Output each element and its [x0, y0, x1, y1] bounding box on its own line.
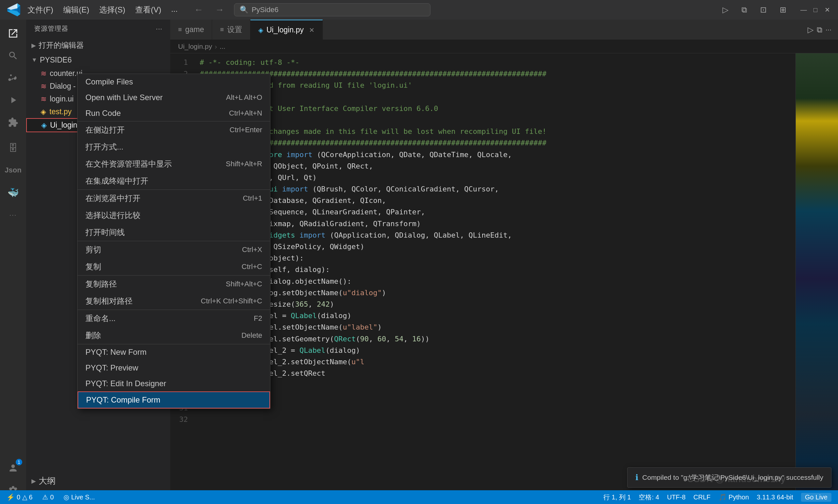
- ctx-copy-path[interactable]: 复制路径 Shift+Alt+C: [77, 275, 270, 292]
- breadcrumb-more[interactable]: ...: [220, 42, 226, 50]
- menu-select[interactable]: 选择(S): [99, 4, 125, 15]
- code-line-16: QImage, QKeySequence, QLinearGradient, Q…: [200, 206, 789, 218]
- menu-file[interactable]: 文件(F): [28, 4, 53, 15]
- ctx-open-terminal[interactable]: 在集成终端中打开: [77, 173, 270, 190]
- ctx-compile-files-label: Compile Files: [86, 77, 133, 86]
- activity-database[interactable]: 🗄: [3, 138, 23, 158]
- encoding-text: UTF-8: [667, 493, 686, 501]
- activity-run[interactable]: [3, 90, 23, 111]
- split-icon[interactable]: ⧉: [817, 25, 822, 34]
- ctx-copy-path-label: 复制路径: [86, 279, 117, 289]
- ctx-copy-relative-key: Ctrl+K Ctrl+Shift+C: [201, 297, 262, 305]
- tab-game-label: game: [185, 25, 204, 34]
- ctx-open-side[interactable]: 在侧边打开 Ctrl+Enter: [77, 122, 270, 139]
- ctx-pyqt-preview[interactable]: PYQT: Preview: [77, 360, 270, 376]
- ctx-show-explorer-label: 在文件资源管理器中显示: [86, 159, 172, 169]
- ctx-compile-files[interactable]: Compile Files: [77, 74, 270, 90]
- tab-settings[interactable]: ≡ 设置: [212, 20, 250, 40]
- ctx-pyqt-compile-form[interactable]: PYQT: Compile Form: [77, 392, 270, 409]
- activity-json[interactable]: Json: [3, 160, 23, 181]
- split-editor-button[interactable]: ⧉: [738, 4, 750, 16]
- ctx-run-code-label: Run Code: [86, 109, 121, 118]
- activity-source-control[interactable]: [3, 68, 23, 88]
- search-text: PySide6: [252, 5, 279, 14]
- ctx-copy-path-key: Shift+Alt+C: [226, 280, 262, 288]
- activity-ellipsis[interactable]: ···: [3, 204, 23, 225]
- menu-more[interactable]: ...: [171, 4, 178, 15]
- activity-docker[interactable]: 🐳: [3, 182, 23, 203]
- close-button[interactable]: ✕: [823, 5, 832, 14]
- tab-uilogin-close[interactable]: ✕: [309, 26, 315, 34]
- status-bar: ⚡ 0 △ 6 ⚠ 0 ◎ Live S... 行 1, 列 1 空格: 4 U…: [0, 490, 838, 504]
- status-warnings[interactable]: ⚠ 0: [42, 493, 54, 501]
- status-spaces[interactable]: 空格: 4: [639, 493, 659, 502]
- ctx-run-code[interactable]: Run Code Ctrl+Alt+N: [77, 105, 270, 122]
- ctx-delete[interactable]: 删除 Delete: [77, 327, 270, 344]
- ctx-pyqt-new-form[interactable]: PYQT: New Form: [77, 344, 270, 360]
- activity-account[interactable]: 1: [3, 457, 23, 479]
- ctx-open-live-server[interactable]: Open with Live Server Alt+L Alt+O: [77, 90, 270, 105]
- ctx-open-live-label: Open with Live Server: [86, 93, 163, 102]
- status-eol[interactable]: CRLF: [693, 493, 710, 501]
- back-button[interactable]: ←: [191, 3, 207, 16]
- xml-icon-login: ≋: [40, 95, 47, 104]
- file-name-test: test.py: [50, 107, 72, 116]
- ctx-open-timeline[interactable]: 打开时间线: [77, 224, 270, 241]
- layout-button[interactable]: ⊡: [757, 4, 770, 16]
- menu-view[interactable]: 查看(V): [135, 4, 161, 15]
- open-editors-header[interactable]: ▶ 打开的编辑器: [26, 38, 170, 53]
- ctx-copy[interactable]: 复制 Ctrl+C: [77, 258, 270, 275]
- sidebar-more-button[interactable]: ···: [156, 25, 162, 32]
- ctx-open-with[interactable]: 打开方式...: [77, 139, 270, 156]
- ctx-browser-key: Ctrl+1: [243, 194, 262, 202]
- customize-layout-button[interactable]: ⊞: [777, 4, 789, 16]
- code-line-27: self.label.setObjectName(u"label"): [200, 321, 789, 333]
- activity-explorer[interactable]: [3, 23, 23, 44]
- pyside6-header[interactable]: ▼ PYSIDE6: [26, 53, 170, 67]
- ctx-select-compare[interactable]: 选择以进行比较: [77, 207, 270, 224]
- breadcrumb-file[interactable]: Ui_login.py: [178, 42, 212, 50]
- activity-search[interactable]: [3, 45, 23, 66]
- vscode-logo: [6, 3, 21, 17]
- ctx-open-browser[interactable]: 在浏览器中打开 Ctrl+1: [77, 190, 270, 207]
- ctx-pyqt-edit-designer[interactable]: PYQT: Edit In Designer: [77, 376, 270, 392]
- menu-bar[interactable]: 文件(F) 编辑(E) 选择(S) 查看(V) ...: [28, 4, 178, 15]
- window-controls: — □ ✕: [799, 5, 832, 14]
- live-icon: ◎: [64, 493, 69, 501]
- ctx-copy-relative[interactable]: 复制相对路径 Ctrl+K Ctrl+Shift+C: [77, 292, 270, 310]
- activity-extensions[interactable]: [3, 112, 23, 133]
- status-live[interactable]: ◎ Live S...: [64, 493, 95, 501]
- notification-icon: ℹ: [635, 473, 638, 482]
- status-encoding[interactable]: UTF-8: [667, 493, 686, 501]
- ctx-timeline-label: 打开时间线: [86, 227, 125, 238]
- code-line-22: def setupUi(self, dialog):: [200, 264, 789, 275]
- tab-ui-login[interactable]: ◈ Ui_login.py ✕: [250, 20, 323, 40]
- outline-section[interactable]: ▶ 大纲: [26, 473, 170, 489]
- ctx-show-in-explorer[interactable]: 在文件资源管理器中显示 Shift+Alt+R: [77, 156, 270, 173]
- ctx-cut[interactable]: 剪切 Ctrl+X: [77, 241, 270, 258]
- tab-game[interactable]: ≡ game: [170, 20, 212, 40]
- search-bar[interactable]: 🔍 PySide6: [234, 3, 430, 16]
- ctx-rename[interactable]: 重命名... F2: [77, 310, 270, 327]
- tab-game-icon: ≡: [178, 26, 182, 33]
- maximize-button[interactable]: □: [811, 5, 820, 14]
- position-text: 行 1, 列 1: [603, 493, 631, 502]
- run-button[interactable]: ▷: [719, 4, 732, 16]
- minimize-button[interactable]: —: [799, 5, 808, 14]
- status-python-version[interactable]: 3.11.3 64-bit: [757, 493, 793, 501]
- status-language[interactable]: 🎵 Python: [718, 493, 749, 501]
- code-line-21: class Ui_Dialog(object):: [200, 252, 789, 264]
- more-icon[interactable]: ···: [825, 25, 832, 34]
- forward-button[interactable]: →: [212, 3, 228, 16]
- status-go-live[interactable]: Go Live: [801, 493, 832, 502]
- status-position[interactable]: 行 1, 列 1: [603, 493, 631, 502]
- app-body: 🗄 Json 🐳 ··· 1 资源管理器 ···: [0, 20, 838, 504]
- ctx-cut-label: 剪切: [86, 245, 101, 255]
- ctx-compile-form-label: PYQT: Compile Form: [86, 395, 160, 404]
- menu-edit[interactable]: 编辑(E): [63, 4, 89, 15]
- run-icon[interactable]: ▷: [807, 25, 814, 34]
- ctx-run-code-key: Ctrl+Alt+N: [229, 109, 262, 118]
- account-badge: 1: [16, 459, 22, 465]
- go-live-text: Go Live: [805, 493, 827, 501]
- status-errors[interactable]: ⚡ 0 △ 6: [6, 493, 32, 501]
